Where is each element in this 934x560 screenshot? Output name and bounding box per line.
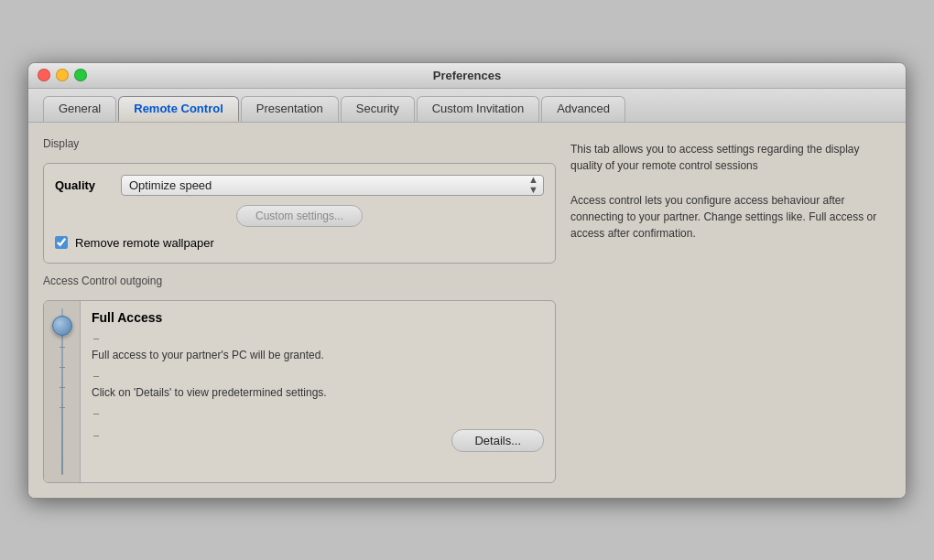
display-section-label: Display <box>43 137 556 150</box>
tick-2 <box>60 367 65 368</box>
maximize-button[interactable] <box>74 69 87 81</box>
remove-wallpaper-label: Remove remote wallpaper <box>75 236 214 250</box>
slider-ticks <box>44 328 80 427</box>
tab-bar: General Remote Control Presentation Secu… <box>28 89 906 123</box>
bullet-4: – <box>92 429 451 448</box>
tick-4 <box>60 407 65 408</box>
access-desc-2: Click on 'Details' to view predetermined… <box>92 384 544 402</box>
bullet-1: – <box>92 332 544 343</box>
bullet-3: – <box>92 407 544 418</box>
right-panel: This tab allows you to access settings r… <box>570 137 891 483</box>
access-title: Full Access <box>92 310 544 325</box>
slider-track <box>44 301 81 482</box>
quality-label: Quality <box>55 178 110 192</box>
tick-3 <box>60 387 65 388</box>
quality-row: Quality Optimize speed Optimize quality … <box>55 175 544 196</box>
tab-general[interactable]: General <box>43 96 116 122</box>
access-desc-1: Full access to your partner's PC will be… <box>92 347 544 364</box>
access-control-section-label: Access Control outgoing <box>43 275 556 287</box>
details-btn-row: – Details... <box>92 429 544 452</box>
quality-select[interactable]: Optimize speed Optimize quality Custom <box>121 175 544 196</box>
tab-presentation[interactable]: Presentation <box>241 96 339 122</box>
window-title: Preferences <box>433 69 501 82</box>
content-area: Display Quality Optimize speed Optimize … <box>28 123 906 498</box>
title-bar: Preferences <box>28 63 906 89</box>
bullet-2: – <box>92 370 544 381</box>
tab-custom-invitation[interactable]: Custom Invitation <box>417 96 539 122</box>
remove-wallpaper-checkbox[interactable] <box>55 236 68 249</box>
traffic-lights <box>38 69 87 81</box>
quality-select-wrapper: Optimize speed Optimize quality Custom ▲… <box>121 175 544 196</box>
display-description: This tab allows you to access settings r… <box>570 141 891 174</box>
details-button[interactable]: Details... <box>451 429 544 452</box>
left-panel: Display Quality Optimize speed Optimize … <box>43 137 556 483</box>
access-control-description: Access control lets you configure access… <box>570 192 891 242</box>
tab-security[interactable]: Security <box>341 96 415 122</box>
tab-advanced[interactable]: Advanced <box>541 96 625 122</box>
close-button[interactable] <box>38 69 50 81</box>
preferences-window: Preferences General Remote Control Prese… <box>27 62 907 499</box>
custom-settings-button[interactable]: Custom settings... <box>236 205 363 227</box>
tick-1 <box>60 347 65 348</box>
access-control-section: Full Access – Full access to your partne… <box>43 300 556 483</box>
tab-remote-control[interactable]: Remote Control <box>118 96 239 122</box>
display-section: Quality Optimize speed Optimize quality … <box>43 163 556 264</box>
remove-wallpaper-row: Remove remote wallpaper <box>55 236 544 250</box>
access-content: Full Access – Full access to your partne… <box>81 301 555 482</box>
minimize-button[interactable] <box>56 69 69 81</box>
